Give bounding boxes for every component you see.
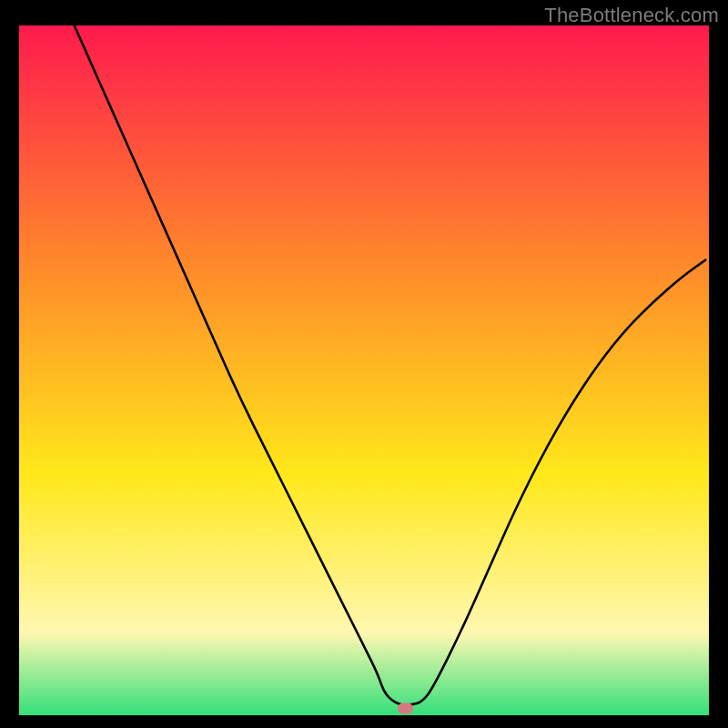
plot-svg <box>19 25 709 715</box>
chart-frame: TheBottleneck.com <box>0 0 728 728</box>
optimal-marker <box>398 703 412 713</box>
plot-area <box>19 25 709 715</box>
watermark-text: TheBottleneck.com <box>544 4 719 27</box>
gradient-background <box>19 25 709 715</box>
